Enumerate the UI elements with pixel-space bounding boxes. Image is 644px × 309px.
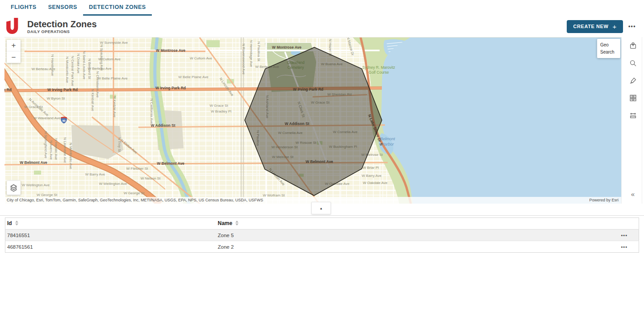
zoom-out-button[interactable]: − <box>7 51 21 63</box>
plus-icon: + <box>613 23 617 30</box>
map-label: W Fletcher St <box>126 167 148 171</box>
column-header-actions <box>619 218 639 230</box>
map-label: N Hamlin Ave <box>54 138 58 160</box>
more-options-button[interactable]: ••• <box>628 23 636 29</box>
map-label: N Bernard St <box>88 58 92 79</box>
map-label: W Cullom Ave <box>190 56 213 60</box>
map-label: Golf Course <box>368 70 389 75</box>
table-row[interactable]: 468761561Zone 2••• <box>5 241 639 253</box>
basemap-grid-icon <box>629 94 637 102</box>
map-label: N Avers Ave <box>49 140 53 160</box>
map-label: W Barry Ave <box>85 172 105 176</box>
measure-icon <box>629 112 637 119</box>
geo-search-tooltip: Geo Search <box>597 39 620 58</box>
map-label: W Belmont Ave <box>20 160 47 165</box>
sketch-button[interactable] <box>622 72 644 89</box>
map-zoom-control: + − <box>7 40 21 63</box>
collapse-panel-button[interactable]: ▲ <box>311 202 331 214</box>
map-label: W Barry Ave <box>362 174 382 178</box>
map-label: N Drake Ave <box>76 54 80 74</box>
map-label: W Grace St <box>209 104 228 108</box>
map-label: N Kedzie Ave <box>113 96 117 117</box>
zone-name-cell: Zone 5 <box>216 230 619 241</box>
basemap-gallery-button[interactable] <box>622 89 644 107</box>
map-label: W Montrose Ave <box>272 45 301 50</box>
row-actions-button[interactable]: ••• <box>621 233 628 238</box>
chevron-up-icon: ▲ <box>320 207 323 210</box>
column-header-id[interactable]: Id <box>5 218 216 230</box>
map-label: N Ravenswood Ave <box>242 43 246 75</box>
row-actions-button[interactable]: ••• <box>621 244 628 250</box>
tab-detection-zones[interactable]: DETECTION ZONES <box>83 0 152 16</box>
zone-id-cell: 78416551 <box>5 230 216 241</box>
page-title: Detection Zones <box>27 19 97 29</box>
map-label: W Bradley Pl <box>211 109 231 113</box>
map-label: W Belmont Ave <box>157 161 184 166</box>
ellipsis-icon: ••• <box>628 23 636 29</box>
tab-sensors[interactable]: SENSORS <box>42 0 83 16</box>
map-side-toolbar: « <box>621 37 644 204</box>
map-label: N Saint-Louis Ave <box>82 51 86 79</box>
map-label: W Irving Park Rd <box>155 86 186 90</box>
map-canvas[interactable]: 90 W Sunnyside AveW Montrose AveW Montro… <box>4 37 621 204</box>
map-label: N Spaulding Ave <box>100 44 104 71</box>
map-label: W Irving Park Rd <box>4 88 12 92</box>
map-label: W Irving Park Rd <box>47 88 78 92</box>
page-subtitle: DAILY OPERATIONS <box>27 29 97 34</box>
geo-search-icon <box>629 42 637 50</box>
map-label: N Christiana Ave <box>96 71 100 98</box>
map-label: W Addison St <box>151 123 176 128</box>
map-label: N Monticello Ave <box>69 142 73 169</box>
map-label: N California Ave <box>150 98 154 124</box>
sort-icon <box>235 221 238 227</box>
map-label: W George St <box>124 191 145 195</box>
attribution-sources: City of Chicago, Esri, TomTom, Garmin, S… <box>4 197 589 204</box>
tab-flights[interactable]: FLIGHTS <box>5 0 42 16</box>
map-label: Sydney R. Marovitz <box>362 65 395 70</box>
search-button[interactable] <box>622 54 644 72</box>
map-label: W George St <box>37 193 58 197</box>
layers-icon <box>10 184 17 192</box>
map-label: N Paulina St <box>257 42 261 62</box>
map-label: W Briar Pl <box>363 166 379 170</box>
search-icon <box>629 59 637 67</box>
chevron-double-left-icon: « <box>631 190 635 198</box>
collapse-toolbar-button[interactable]: « <box>622 188 644 199</box>
map-label: W Montrose Ave <box>156 48 185 53</box>
map-label: W Nelson St <box>141 176 161 180</box>
map-label: N Hermitage Ave <box>249 40 253 67</box>
map-label: N Lawndale Ave <box>63 137 67 163</box>
map-label: W Sunnyside Ave <box>100 41 128 45</box>
map-label: W Belle Plaine Ave <box>178 75 209 79</box>
basemap: 90 W Sunnyside AveW Montrose AveW Montro… <box>4 38 621 204</box>
tab-bar: FLIGHTSSENSORSDETECTION ZONES <box>0 0 644 16</box>
app-logo <box>4 17 20 34</box>
map-label: W Belle Plaine Ave <box>97 76 128 80</box>
powered-by-esri: Powered by Esri <box>589 197 621 204</box>
create-new-label: CREATE NEW <box>573 24 608 29</box>
zone-id-cell: 468761561 <box>5 241 216 253</box>
map-label: N Kimball Ave <box>91 89 95 111</box>
map-label: W Wellington Ave <box>99 182 127 186</box>
map-label: W Oakdale Ave <box>363 181 388 185</box>
create-new-button[interactable]: CREATE NEW + <box>567 20 623 33</box>
map-label: N Monticello Ave <box>65 56 69 83</box>
panel-divider: ▲ <box>0 204 644 216</box>
map-label: W Wellington Ave <box>22 183 50 187</box>
sort-icon <box>15 221 18 227</box>
map-label: N Springfield Ave <box>44 131 48 159</box>
map-label: W Byron St <box>47 96 65 100</box>
measure-button[interactable] <box>622 107 644 124</box>
zone-name-cell: Zone 2 <box>216 241 619 253</box>
layers-button[interactable] <box>7 181 21 195</box>
column-header-name[interactable]: Name <box>216 218 619 230</box>
table-row[interactable]: 78416551Zone 5••• <box>5 230 639 241</box>
svg-text:90: 90 <box>62 119 66 122</box>
map-label: N Central Park Ave <box>71 56 75 86</box>
map-label: N Hamlin Ave <box>50 54 54 76</box>
detection-zones-table: Id Name 78416551Zone 5•••468761561Zone 2… <box>5 217 639 253</box>
zoom-in-button[interactable]: + <box>7 40 21 51</box>
geo-search-button[interactable] <box>622 37 644 54</box>
page-header: Detection Zones DAILY OPERATIONS CREATE … <box>0 16 644 37</box>
pencil-sketch-icon <box>629 77 637 84</box>
